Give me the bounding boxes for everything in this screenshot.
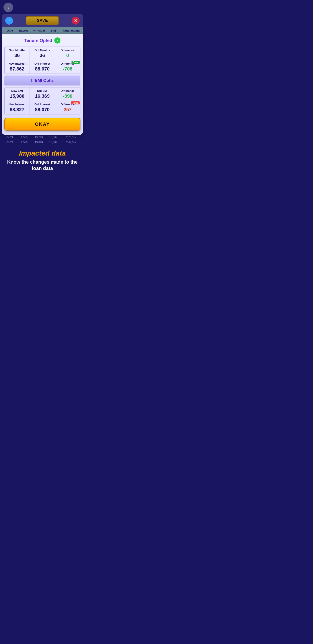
diff-months-label: Difference [56, 48, 79, 52]
extra-badge: Extra [71, 102, 80, 104]
new-interest-tenure-value: 87,362 [5, 66, 29, 72]
info-button[interactable]: i [5, 17, 13, 24]
diff-emi-label: Difference [56, 89, 79, 92]
table-row: New EMI 15,980 Old EMI 16,369 Difference… [4, 88, 80, 101]
save-button[interactable]: SAVE [26, 16, 59, 25]
tenure-data-grid: New Months 36 Old Months 36 Difference 0… [4, 46, 80, 74]
old-interest-emi-cell: Old Interest 88,070 [30, 101, 55, 114]
diff-interest-tenure-cell: Save Difference -708 [55, 60, 80, 74]
diff-interest-emi-cell: Extra Difference 257 [55, 101, 80, 114]
col-principal: Principal [31, 29, 46, 32]
emi-section-title: If EMI Opt's [31, 78, 54, 83]
new-interest-tenure-cell: New Interest 87,362 [4, 60, 30, 74]
modal-overlay: Tenure Opted ✓ New Months 36 Old Months … [2, 34, 83, 135]
old-interest-emi-value: 88,070 [31, 107, 54, 112]
new-emi-cell: New EMI 15,980 [4, 88, 30, 101]
diff-emi-cell: Difference -390 [55, 88, 80, 101]
old-interest-tenure-label: Old Interest [31, 62, 54, 65]
table-row: New Interest 88,327 Old Interest 88,070 … [4, 101, 80, 114]
table-row: New Months 36 Old Months 36 Difference 0 [4, 47, 80, 60]
check-icon: ✓ [54, 38, 60, 44]
old-months-label: Old Months [31, 48, 54, 52]
new-interest-emi-value: 88,327 [5, 107, 29, 112]
emi-section-divider: If EMI Opt's [4, 76, 80, 86]
new-emi-value: 15,980 [5, 93, 29, 99]
new-months-cell: New Months 36 [4, 47, 30, 60]
tenure-opted-title: Tenure Opted [24, 38, 52, 43]
top-bar: ‹ [0, 0, 85, 14]
diff-emi-value: -390 [56, 93, 79, 99]
new-interest-emi-label: New Interest [5, 103, 29, 106]
old-emi-cell: Old EMI 16,369 [30, 88, 55, 101]
save-badge: Save [71, 61, 80, 64]
diff-interest-tenure-value: -708 [56, 66, 79, 72]
col-date: Date [2, 29, 17, 32]
impacted-data-title: Impacted data [3, 149, 81, 157]
new-months-value: 36 [5, 53, 29, 58]
old-interest-tenure-cell: Old Interest 88,070 [30, 60, 55, 74]
tenure-opted-header: Tenure Opted ✓ [4, 38, 80, 44]
impacted-data-subtitle: Know the changes made to the loan data [3, 159, 81, 172]
close-button[interactable]: ✕ [72, 17, 79, 24]
table-row: 07-21 2,535 13,743 16,369 2,73,517 [2, 135, 83, 140]
table-row: New Interest 87,362 Old Interest 88,070 … [4, 60, 80, 74]
old-emi-label: Old EMI [31, 89, 54, 92]
col-emi: Emi [46, 29, 61, 32]
old-interest-emi-label: Old Interest [31, 103, 54, 106]
table-row: 08-24 2,529 13,840 16,369 2,62,057 [2, 140, 83, 145]
table-header: Date Interest Principal Emi Outstanding [2, 27, 83, 34]
bg-table-rows: 07-21 2,535 13,743 16,369 2,73,517 08-24… [2, 135, 83, 145]
back-button[interactable]: ‹ [3, 2, 13, 12]
diff-months-cell: Difference 0 [55, 47, 80, 60]
old-months-cell: Old Months 36 [30, 47, 55, 60]
diff-interest-emi-value: 257 [56, 107, 79, 112]
bottom-section: Impacted data Know the changes made to t… [0, 145, 85, 176]
old-emi-value: 16,369 [31, 93, 54, 99]
old-months-value: 36 [31, 53, 54, 58]
old-interest-tenure-value: 88,070 [31, 66, 54, 72]
new-interest-tenure-label: New Interest [5, 62, 29, 65]
new-months-label: New Months [5, 48, 29, 52]
header-card: i SAVE ✕ [2, 14, 83, 27]
diff-months-value: 0 [56, 53, 79, 58]
col-outstanding: Outstanding [60, 29, 82, 32]
new-emi-label: New EMI [5, 89, 29, 92]
new-interest-emi-cell: New Interest 88,327 [4, 101, 30, 114]
emi-data-grid: New EMI 15,980 Old EMI 16,369 Difference… [4, 87, 80, 114]
okay-button[interactable]: OKAY [4, 118, 80, 130]
col-interest: Interest [17, 29, 32, 32]
